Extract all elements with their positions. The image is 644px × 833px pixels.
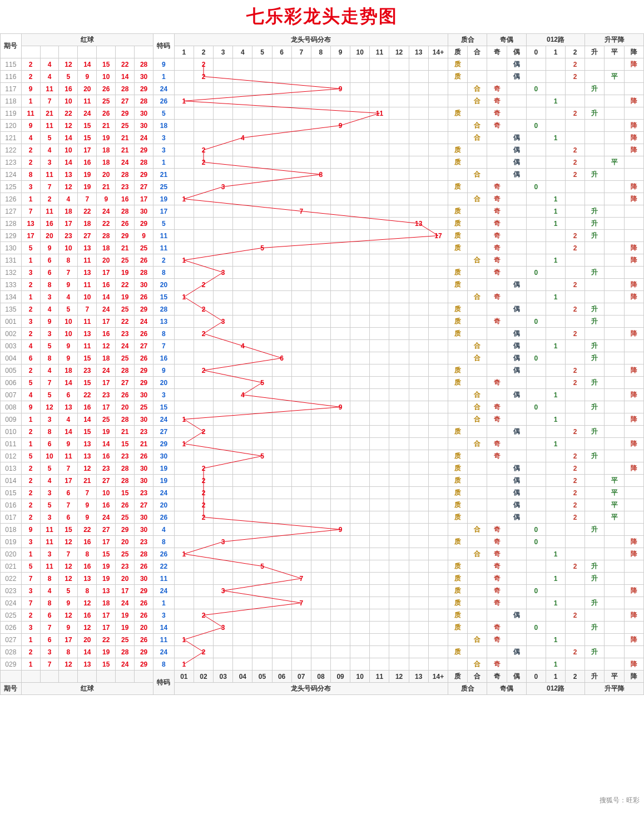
lu-cell [526, 279, 546, 291]
dist-cell [331, 499, 350, 511]
zhi-cell: 质 [448, 499, 468, 511]
table-row: 0074562223263034合偶1降 [1, 389, 644, 401]
dist-cell [409, 622, 428, 634]
lu-cell [566, 524, 585, 536]
down-cell [624, 377, 643, 389]
table-row: 010281415192123272质偶2升 [1, 426, 644, 438]
dist-cell [291, 291, 311, 303]
special-cell: 3 [153, 389, 175, 401]
period-cell: 012 [1, 450, 22, 462]
dist-cell [428, 181, 448, 193]
red-cell: 27 [97, 475, 116, 487]
dist-cell [311, 144, 330, 156]
dist-cell [370, 95, 389, 107]
dist-cell [291, 107, 311, 120]
red-cell: 28 [135, 95, 153, 107]
dist-hit: 2 [194, 511, 213, 524]
lu-cell [526, 218, 546, 230]
chart-title: 七乐彩龙头走势图 [0, 0, 644, 33]
red-cell: 11 [59, 450, 78, 462]
dist-cell [233, 83, 252, 95]
table-row: 12323141618242812质偶2平 [1, 156, 644, 169]
red-cell: 14 [97, 438, 116, 450]
dist-cell [272, 316, 291, 328]
red-cell: 14 [78, 646, 97, 658]
lu-cell [546, 83, 565, 95]
red-cell: 1 [21, 95, 40, 107]
red-cell: 13 [59, 401, 78, 413]
dist-col: 12 [389, 46, 409, 58]
dist-cell [252, 438, 272, 450]
ou-cell [507, 585, 526, 597]
dist-cell [428, 573, 448, 585]
dist-cell [252, 499, 272, 511]
lu-cell [526, 144, 546, 156]
lu-cell: 2 [566, 328, 585, 340]
dist-cell [214, 83, 233, 95]
dist-cell [311, 291, 330, 303]
ji-cell: 奇 [487, 254, 507, 267]
dist-cell [409, 524, 428, 536]
red-cell: 23 [135, 426, 153, 438]
red-cell: 24 [116, 658, 135, 671]
red-cell: 27 [135, 499, 153, 511]
up-cell [585, 364, 605, 377]
dist-cell [214, 95, 233, 107]
dist-cell [252, 634, 272, 646]
dist-cell [194, 169, 213, 181]
dist-cell [370, 499, 389, 511]
dist-cell [291, 450, 311, 462]
period-cell: 135 [1, 303, 22, 316]
dist-cell [389, 573, 409, 585]
period-cell: 127 [1, 205, 22, 218]
dist-cell [370, 205, 389, 218]
dist-cell [331, 340, 350, 352]
dist-cell [291, 364, 311, 377]
zhi-cell [448, 524, 468, 536]
f-dist: 04 [233, 671, 252, 683]
lu-cell [546, 462, 565, 475]
dist-cell [194, 413, 213, 426]
special-cell: 5 [153, 107, 175, 120]
ou-cell: 偶 [507, 156, 526, 169]
lu-cell: 1 [546, 634, 565, 646]
dist-cell [389, 401, 409, 413]
dist-cell [409, 205, 428, 218]
down-cell: 降 [624, 634, 643, 646]
dist-cell [252, 205, 272, 218]
he-cell: 合 [468, 291, 487, 303]
dist-cell [252, 169, 272, 181]
special-cell: 19 [153, 193, 175, 205]
f-special: 特码 [153, 671, 175, 695]
dist-cell [311, 254, 330, 267]
ou-cell [507, 267, 526, 279]
dist-cell [252, 352, 272, 364]
dist-cell [389, 328, 409, 340]
red-cell: 16 [78, 401, 97, 413]
period-cell: 131 [1, 254, 22, 267]
dist-cell [252, 132, 272, 144]
up-cell: 升 [585, 83, 605, 95]
table-row: 125371219212327253质奇0降 [1, 181, 644, 193]
dist-cell [311, 622, 330, 634]
down-cell: 降 [624, 58, 643, 71]
dist-cell [409, 389, 428, 401]
zhi-cell: 质 [448, 181, 468, 193]
period-cell: 028 [1, 646, 22, 658]
ou-cell [507, 316, 526, 328]
dist-cell [370, 548, 389, 560]
he-cell: 合 [468, 254, 487, 267]
dist-cell [311, 658, 330, 671]
dist-cell [428, 475, 448, 487]
dist-cell [409, 58, 428, 71]
down-cell [624, 524, 643, 536]
ou-cell: 偶 [507, 475, 526, 487]
ou-cell [507, 193, 526, 205]
he-cell [468, 646, 487, 658]
he-cell [468, 487, 487, 499]
dist-cell [311, 609, 330, 622]
red-cell: 26 [135, 352, 153, 364]
f-period [1, 671, 22, 683]
dist-cell [311, 585, 330, 597]
dist-cell [331, 303, 350, 316]
